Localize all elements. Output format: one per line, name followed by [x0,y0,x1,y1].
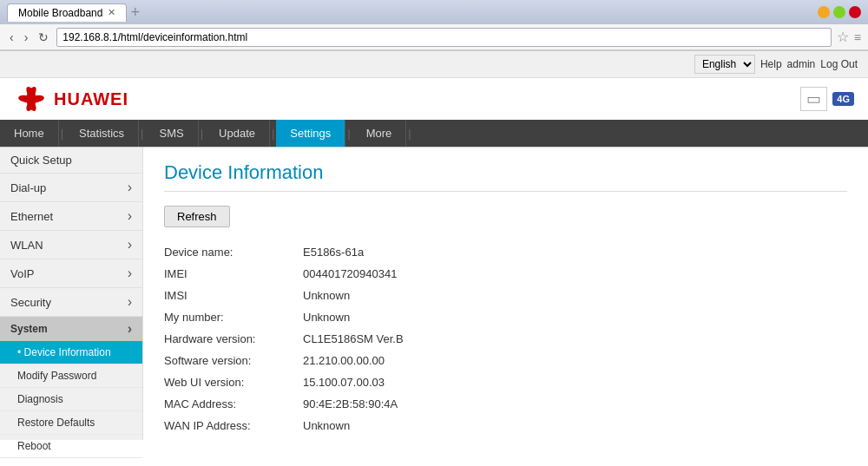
logo-text: HUAWEI [54,89,128,109]
nav-sms[interactable]: SMS [145,120,198,147]
huawei-logo: HUAWEI [14,85,128,113]
sidebar-item-voip[interactable]: VoIP [0,259,142,288]
field-value-0: E5186s-61a [303,246,364,259]
table-row: Web UI version: 15.100.07.00.03 [164,371,847,393]
sidebar-subitem-reboot[interactable]: Reboot [0,435,142,458]
table-row: MAC Address: 90:4E:2B:58:90:4A [164,393,847,415]
nav-statistics[interactable]: Statistics [65,120,139,147]
nav-update[interactable]: Update [205,120,270,147]
logo-area: HUAWEI ▭ 4G [0,78,868,120]
sidebar-subitem-device-info[interactable]: Device Information [0,341,142,364]
table-row: WAN IP Address: Unknown [164,415,847,436]
maximize-button[interactable] [833,6,845,18]
field-value-5: 21.210.00.00.00 [303,354,385,367]
field-value-6: 15.100.07.00.03 [303,376,385,389]
table-row: IMSI Unknown [164,285,847,306]
forward-button[interactable]: › [22,30,31,44]
logo-nav-area: HUAWEI ▭ 4G Home | Statistics | SMS | Up… [0,78,868,148]
window-controls [818,6,861,18]
field-value-7: 90:4E:2B:58:90:4A [303,397,398,410]
field-value-8: Unknown [303,419,350,432]
address-bar: ‹ › ↻ ☆ ≡ [0,24,868,50]
field-value-4: CL1E5186SM Ver.B [303,332,404,345]
table-row: IMEI 004401720940341 [164,263,847,285]
page: English Help admin Log Out HUAWEI [0,51,868,439]
table-row: Hardware version: CL1E5186SM Ver.B [164,328,847,350]
menu-icon[interactable]: ≡ [854,30,861,44]
help-link[interactable]: Help [760,58,782,70]
header-right: ▭ 4G [800,87,854,111]
table-row: Device name: E5186s-61a [164,241,847,263]
back-button[interactable]: ‹ [7,30,16,44]
sidebar-subitem-diagnosis[interactable]: Diagnosis [0,388,142,411]
field-label-6: Web UI version: [164,376,303,389]
sidebar-subitem-modify-password[interactable]: Modify Password [0,364,142,388]
sidebar-section-system[interactable]: System [0,317,142,341]
sidebar-item-wlan[interactable]: WLAN [0,231,142,259]
nav-more[interactable]: More [352,120,407,147]
field-label-8: WAN IP Address: [164,419,303,432]
logout-link[interactable]: Log Out [820,58,858,70]
table-row: My number: Unknown [164,306,847,328]
tab-close-icon[interactable]: ✕ [108,7,115,18]
info-table: Device name: E5186s-61a IMEI 00440172094… [164,241,847,436]
field-label-2: IMSI [164,289,303,302]
page-title: Device Information [164,161,847,192]
field-value-3: Unknown [303,311,350,324]
network-badge: 4G [832,92,854,106]
field-label-0: Device name: [164,246,303,259]
nav-settings[interactable]: Settings [276,120,345,147]
sidebar-item-security[interactable]: Security [0,288,142,317]
logo-svg [14,85,49,113]
field-label-1: IMEI [164,267,303,280]
monitor-icon[interactable]: ▭ [800,87,827,111]
sidebar-item-ethernet[interactable]: Ethernet [0,202,142,231]
refresh-button[interactable]: Refresh [164,206,230,227]
field-label-3: My number: [164,311,303,324]
main-content: Device Information Refresh Device name: … [143,148,868,440]
sidebar: Quick Setup Dial-up Ethernet WLAN VoIP S… [0,148,143,440]
nav-home[interactable]: Home [0,120,59,147]
sidebar-item-quick-setup[interactable]: Quick Setup [0,148,142,174]
field-label-5: Software version: [164,354,303,367]
language-select[interactable]: English [694,55,755,74]
new-tab-btn[interactable]: + [130,3,140,22]
content-area: Quick Setup Dial-up Ethernet WLAN VoIP S… [0,148,868,440]
address-input[interactable] [56,28,831,47]
field-label-7: MAC Address: [164,397,303,410]
tab-label: Mobile Broadband [18,7,102,19]
close-button[interactable] [849,6,861,18]
browser-tab[interactable]: Mobile Broadband ✕ [7,3,127,22]
field-value-2: Unknown [303,289,350,302]
topbar: English Help admin Log Out [0,51,868,78]
field-value-1: 004401720940341 [303,267,397,280]
user-label: admin [787,58,816,70]
reload-button[interactable]: ↻ [36,30,51,44]
field-label-4: Hardware version: [164,332,303,345]
minimize-button[interactable] [818,6,830,18]
bookmark-icon[interactable]: ☆ [837,29,849,45]
sidebar-subitem-restore-defaults[interactable]: Restore Defaults [0,411,142,435]
title-bar: Mobile Broadband ✕ + [0,0,868,24]
table-row: Software version: 21.210.00.00.00 [164,350,847,371]
sidebar-item-dialup[interactable]: Dial-up [0,174,142,202]
nav-menu: Home | Statistics | SMS | Update | Setti… [0,120,868,147]
